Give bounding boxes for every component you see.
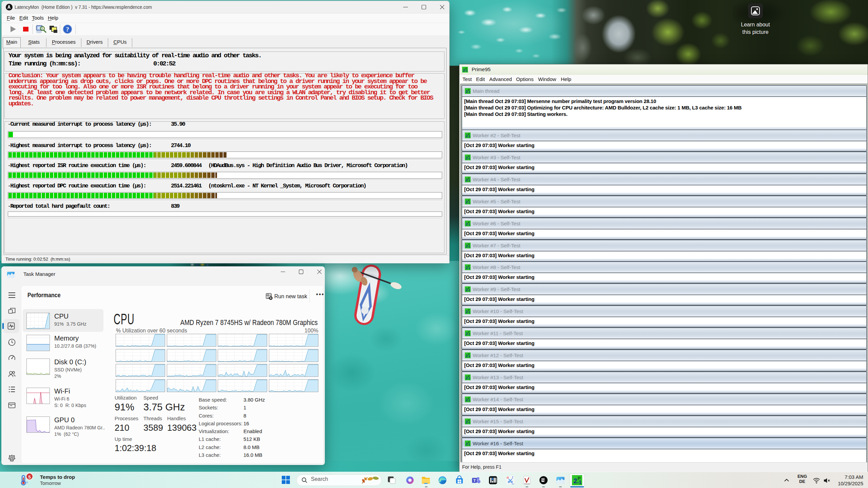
svg-text:-1: -1: [468, 310, 471, 314]
svg-text:-1: -1: [468, 421, 471, 424]
svg-text:?: ?: [66, 26, 69, 33]
svg-text:-1: -1: [468, 179, 471, 182]
svg-text:-1: -1: [468, 201, 471, 204]
svg-text:-1: -1: [468, 135, 471, 138]
svg-text:-1: -1: [577, 479, 581, 485]
svg-text:-1: -1: [468, 443, 471, 446]
svg-text:-1: -1: [468, 245, 471, 248]
svg-text:-1: -1: [468, 90, 471, 94]
svg-text:-1: -1: [468, 354, 471, 358]
svg-text:-1: -1: [468, 266, 471, 270]
svg-text:2: 2: [574, 477, 577, 485]
svg-text:-1: -1: [465, 69, 468, 72]
svg-text:-1: -1: [468, 399, 471, 402]
svg-text:-1: -1: [468, 332, 471, 336]
svg-text:-1: -1: [468, 288, 471, 292]
svg-text:T: T: [473, 479, 476, 483]
svg-text:-1: -1: [468, 157, 471, 160]
svg-text:-1: -1: [468, 223, 471, 226]
svg-text:-1: -1: [468, 377, 471, 380]
